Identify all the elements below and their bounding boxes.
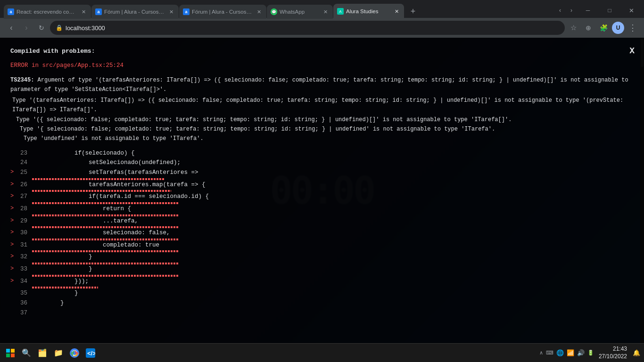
line-arrow-26: > (10, 180, 18, 189)
tab-bar: a React: escrevendo com Type... ✕ a Fóru… (0, 0, 644, 18)
code-line-35: 35 } (10, 288, 634, 298)
new-tab-button[interactable]: + (406, 5, 420, 18)
forward-button[interactable]: › (20, 21, 33, 34)
profile-avatar[interactable]: U (612, 22, 624, 34)
tab-2-title: Fórum | Alura - Cursos onlin... (104, 9, 165, 15)
back-button[interactable]: ‹ (5, 21, 18, 34)
systray-battery[interactable]: 🔋 (587, 350, 594, 356)
code-line-29: > 29 ...tarefa, (10, 216, 634, 229)
line-content-28: return { (32, 204, 131, 214)
url-display: localhost:3000 (66, 25, 559, 32)
code-line-26: > 26 tarefasAnteriores.map(tarefa => { (10, 180, 634, 192)
url-bar[interactable]: 🔒 localhost:3000 (50, 21, 565, 35)
line-arrow-27: > (10, 192, 18, 201)
line-num-32: 32 (18, 252, 32, 262)
systray-wifi[interactable]: 📶 (567, 349, 574, 356)
explorer-button[interactable]: 📁 (51, 346, 66, 361)
error-msg-0: TS2345: Argument of type '(tarefasAnteri… (10, 75, 634, 95)
clock: 21:43 (599, 346, 627, 353)
time-date[interactable]: 21:43 27/10/2022 (597, 346, 629, 360)
line-arrow-31: > (10, 240, 18, 250)
tab-5-title: Alura Studies (346, 8, 391, 14)
profile-icon[interactable]: ⊕ (582, 21, 595, 34)
line-num-37: 37 (18, 308, 32, 318)
tab-1[interactable]: a React: escrevendo com Type... ✕ (4, 5, 91, 19)
code-line-27: > 27 if(tarefa.id === selecionado.id) { (10, 192, 634, 204)
systray-volume[interactable]: 🔊 (577, 349, 585, 356)
code-line-25: > 25 setTarefas(tarefasAnteriores => (10, 168, 634, 180)
line-num-31: 31 (18, 240, 32, 250)
code-line-37: 37 (10, 308, 634, 318)
tab-3-favicon: a (183, 8, 190, 15)
systray-chevron[interactable]: ∧ (539, 350, 543, 356)
error-location: ERROR in src/pages/App.tsx:25:24 (10, 61, 634, 71)
line-content-36: } (32, 298, 64, 308)
vscode-button[interactable]: </> (83, 346, 98, 361)
line-num-25: 25 (18, 168, 32, 178)
code-line-24: 24 setSelecionado(undefined); (10, 158, 634, 168)
svg-rect-2 (6, 354, 10, 357)
chrome-button[interactable] (67, 346, 82, 361)
line-arrow-34: > (10, 277, 18, 286)
tab-2-close[interactable]: ✕ (168, 8, 175, 16)
chrome-menu[interactable]: ⋮ (626, 21, 639, 34)
tab-4[interactable]: 💬 WhatsApp ✕ (267, 5, 333, 19)
line-num-27: 27 (18, 192, 32, 202)
tab-2[interactable]: a Fórum | Alura - Cursos onlin... ✕ (91, 5, 179, 19)
line-content-29: ...tarefa, (32, 216, 138, 226)
systray-network[interactable]: 🌐 (556, 349, 564, 356)
tab-1-favicon: a (8, 8, 14, 15)
tab-4-close[interactable]: ✕ (322, 8, 329, 16)
line-arrow-29: > (10, 216, 18, 226)
tab-5-active[interactable]: A Alura Studies ✕ (333, 4, 404, 19)
minimize-button[interactable]: ─ (577, 3, 599, 18)
line-content-32: } (32, 252, 92, 262)
tab-scroll-right[interactable]: › (566, 4, 577, 17)
tab-3[interactable]: a Fórum | Alura - Cursos onlin... ✕ (179, 5, 266, 19)
search-button[interactable]: 🔍 (19, 346, 34, 361)
address-bar: ‹ › ↻ 🔒 localhost:3000 ☆ ⊕ 🧩 U ⋮ (0, 18, 644, 38)
window-controls: ‹ › ─ □ ✕ (554, 3, 642, 18)
start-button[interactable] (3, 346, 18, 361)
browser-content: 00:00 X Compiled with problems: ERROR in… (0, 38, 644, 343)
tab-scroll-left[interactable]: ‹ (554, 4, 566, 17)
notification-button[interactable]: 🔔 (632, 348, 641, 358)
maximize-button[interactable]: □ (599, 3, 620, 18)
line-content-34: })); (32, 277, 89, 287)
line-content-26: tarefasAnteriores.map(tarefa => { (32, 180, 206, 190)
code-line-34: > 34 })); (10, 277, 634, 289)
bookmark-icon[interactable]: ☆ (567, 21, 580, 34)
line-num-30: 30 (18, 228, 32, 238)
line-num-33: 33 (18, 264, 32, 274)
svg-rect-0 (6, 349, 10, 353)
line-arrow-25: > (10, 168, 18, 177)
error-close-button[interactable]: X (629, 44, 635, 58)
tab-3-title: Fórum | Alura - Cursos onlin... (192, 9, 253, 15)
error-msg-3: Type '{ selecionado: false; completado: … (20, 124, 634, 134)
code-line-30: > 30 selecionado: false, (10, 228, 634, 240)
svg-rect-1 (11, 349, 15, 353)
reload-button[interactable]: ↻ (35, 21, 48, 34)
svg-rect-3 (11, 354, 15, 357)
error-messages: TS2345: Argument of type '(tarefasAnteri… (10, 75, 634, 144)
line-content-31: completado: true (32, 240, 159, 250)
tab-4-title: WhatsApp (280, 9, 320, 15)
tab-5-close[interactable]: ✕ (393, 8, 400, 15)
tab-4-favicon: 💬 (271, 8, 277, 15)
code-line-32: > 32 } (10, 252, 634, 264)
code-line-23: 23 if(selecionado) { (10, 148, 634, 158)
tab-5-favicon: A (337, 8, 344, 15)
line-content-35: } (32, 288, 78, 298)
line-content-33: } (32, 264, 92, 274)
files-button[interactable]: 🗂️ (35, 346, 50, 361)
error-msg-1: Type '(tarefasAnteriores: ITarefa[]) => … (12, 96, 634, 115)
extensions-icon[interactable]: 🧩 (597, 21, 610, 34)
lock-icon: 🔒 (56, 25, 63, 31)
code-line-33: > 33 } (10, 264, 634, 277)
tab-3-close[interactable]: ✕ (256, 8, 263, 16)
tab-1-close[interactable]: ✕ (80, 8, 87, 16)
line-num-29: 29 (18, 216, 32, 226)
close-button[interactable]: ✕ (620, 3, 642, 18)
systray-keyboard[interactable]: ⌨ (546, 350, 553, 356)
line-arrow-32: > (10, 252, 18, 262)
